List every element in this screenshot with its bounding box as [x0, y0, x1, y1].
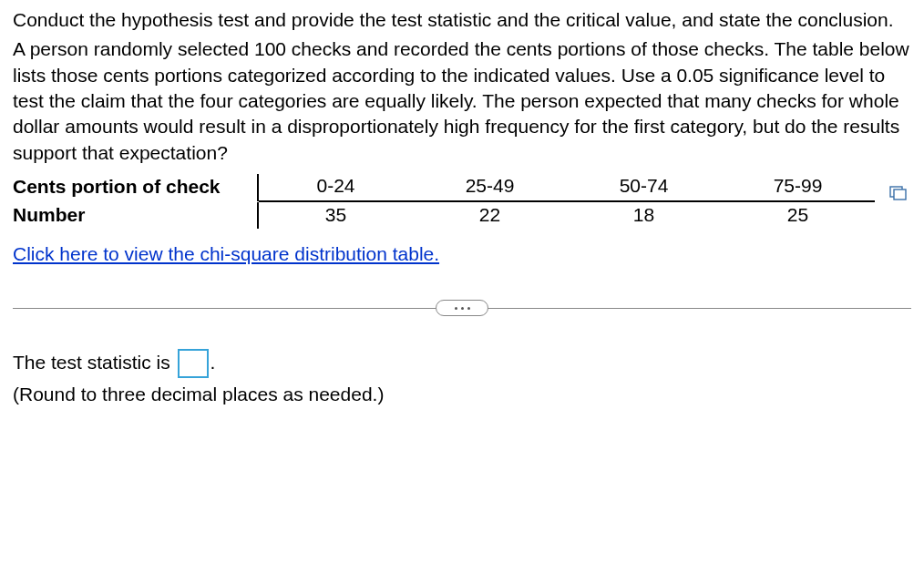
answer-suffix: . — [210, 352, 216, 373]
intro-text: Conduct the hypothesis test and provide … — [13, 7, 911, 33]
value-cell: 35 — [259, 202, 413, 228]
problem-statement: Conduct the hypothesis test and provide … — [13, 7, 911, 166]
body-text: A person randomly selected 100 checks an… — [13, 36, 911, 166]
data-table: Cents portion of check 0-24 25-49 50-74 … — [13, 173, 911, 229]
test-statistic-input[interactable] — [178, 349, 209, 378]
category-cell: 75-99 — [721, 173, 875, 200]
value-cell: 22 — [413, 202, 567, 228]
value-cell: 25 — [721, 202, 875, 228]
answer-area: The test statistic is . (Round to three … — [13, 349, 911, 407]
value-cell: 18 — [567, 202, 721, 228]
chi-square-table-link[interactable]: Click here to view the chi-square distri… — [13, 241, 439, 267]
category-cell: 0-24 — [259, 173, 413, 200]
copy-table-icon[interactable] — [889, 181, 908, 196]
category-cell: 25-49 — [413, 173, 567, 200]
category-cell: 50-74 — [567, 173, 721, 200]
table-header-row: Cents portion of check 0-24 25-49 50-74 … — [13, 173, 911, 202]
ellipsis-icon[interactable] — [436, 300, 488, 316]
answer-prefix: The test statistic is — [13, 352, 176, 373]
rounding-hint: (Round to three decimal places as needed… — [13, 382, 911, 407]
table-value-row: Number 35 22 18 25 — [13, 202, 911, 228]
row-label-number: Number — [13, 202, 259, 228]
row-label-categories: Cents portion of check — [13, 174, 259, 201]
section-divider — [13, 300, 911, 316]
svg-rect-1 — [894, 189, 906, 200]
